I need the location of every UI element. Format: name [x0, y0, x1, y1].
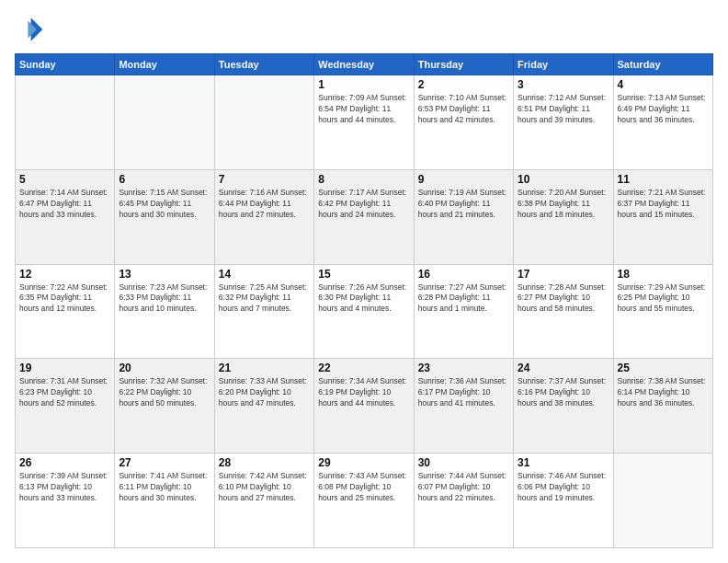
calendar-cell: 30Sunrise: 7:44 AM Sunset: 6:07 PM Dayli… — [414, 454, 513, 548]
weekday-header-tuesday: Tuesday — [214, 54, 313, 75]
day-info: Sunrise: 7:29 AM Sunset: 6:25 PM Dayligh… — [618, 282, 709, 316]
logo-icon — [15, 15, 44, 44]
day-info: Sunrise: 7:12 AM Sunset: 6:51 PM Dayligh… — [518, 93, 609, 126]
week-row-1: 1Sunrise: 7:09 AM Sunset: 6:54 PM Daylig… — [16, 75, 713, 170]
day-number: 9 — [418, 173, 509, 186]
day-info: Sunrise: 7:17 AM Sunset: 6:42 PM Dayligh… — [318, 188, 409, 221]
day-info: Sunrise: 7:16 AM Sunset: 6:44 PM Dayligh… — [219, 188, 310, 221]
weekday-header-friday: Friday — [514, 54, 613, 75]
weekday-header-monday: Monday — [115, 54, 214, 75]
day-info: Sunrise: 7:43 AM Sunset: 6:08 PM Dayligh… — [318, 471, 409, 504]
calendar-cell — [115, 75, 214, 170]
calendar-cell: 14Sunrise: 7:25 AM Sunset: 6:32 PM Dayli… — [214, 264, 313, 359]
day-number: 3 — [518, 78, 609, 91]
calendar-cell: 6Sunrise: 7:15 AM Sunset: 6:45 PM Daylig… — [115, 169, 214, 264]
day-number: 6 — [119, 173, 210, 186]
calendar-cell: 11Sunrise: 7:21 AM Sunset: 6:37 PM Dayli… — [613, 169, 712, 264]
day-number: 19 — [19, 362, 110, 374]
page: SundayMondayTuesdayWednesdayThursdayFrid… — [0, 0, 728, 563]
calendar-cell — [214, 75, 313, 170]
day-info: Sunrise: 7:46 AM Sunset: 6:06 PM Dayligh… — [518, 471, 609, 504]
day-info: Sunrise: 7:22 AM Sunset: 6:35 PM Dayligh… — [19, 282, 110, 316]
day-number: 23 — [418, 362, 509, 374]
calendar-cell: 23Sunrise: 7:36 AM Sunset: 6:17 PM Dayli… — [414, 359, 513, 454]
header — [15, 15, 713, 44]
calendar-cell: 2Sunrise: 7:10 AM Sunset: 6:53 PM Daylig… — [414, 75, 513, 170]
calendar-cell: 21Sunrise: 7:33 AM Sunset: 6:20 PM Dayli… — [214, 359, 313, 454]
day-info: Sunrise: 7:10 AM Sunset: 6:53 PM Dayligh… — [418, 93, 509, 126]
day-info: Sunrise: 7:25 AM Sunset: 6:32 PM Dayligh… — [219, 282, 310, 316]
week-row-4: 19Sunrise: 7:31 AM Sunset: 6:23 PM Dayli… — [16, 359, 713, 454]
calendar-cell — [16, 75, 115, 170]
day-number: 18 — [618, 268, 709, 281]
day-number: 15 — [318, 268, 409, 281]
day-info: Sunrise: 7:33 AM Sunset: 6:20 PM Dayligh… — [219, 376, 310, 409]
day-number: 8 — [318, 173, 409, 186]
day-info: Sunrise: 7:34 AM Sunset: 6:19 PM Dayligh… — [318, 376, 409, 409]
day-number: 4 — [618, 78, 709, 91]
calendar-cell: 10Sunrise: 7:20 AM Sunset: 6:38 PM Dayli… — [514, 169, 613, 264]
calendar-cell: 7Sunrise: 7:16 AM Sunset: 6:44 PM Daylig… — [214, 169, 313, 264]
calendar-table: SundayMondayTuesdayWednesdayThursdayFrid… — [15, 53, 713, 548]
calendar-cell: 22Sunrise: 7:34 AM Sunset: 6:19 PM Dayli… — [314, 359, 414, 454]
day-number: 7 — [219, 173, 310, 186]
day-number: 14 — [219, 268, 310, 281]
day-number: 20 — [119, 362, 210, 374]
calendar-cell: 24Sunrise: 7:37 AM Sunset: 6:16 PM Dayli… — [514, 359, 613, 454]
day-number: 5 — [19, 173, 110, 186]
calendar-cell: 9Sunrise: 7:19 AM Sunset: 6:40 PM Daylig… — [414, 169, 513, 264]
weekday-header-thursday: Thursday — [414, 54, 513, 75]
day-info: Sunrise: 7:41 AM Sunset: 6:11 PM Dayligh… — [119, 471, 210, 504]
day-number: 29 — [318, 456, 409, 469]
day-info: Sunrise: 7:32 AM Sunset: 6:22 PM Dayligh… — [119, 376, 210, 409]
day-number: 10 — [518, 173, 609, 186]
calendar-cell: 3Sunrise: 7:12 AM Sunset: 6:51 PM Daylig… — [514, 75, 613, 170]
weekday-header-sunday: Sunday — [16, 54, 115, 75]
day-info: Sunrise: 7:31 AM Sunset: 6:23 PM Dayligh… — [19, 376, 110, 409]
day-number: 2 — [418, 78, 509, 91]
day-number: 25 — [618, 362, 709, 374]
calendar-cell: 20Sunrise: 7:32 AM Sunset: 6:22 PM Dayli… — [115, 359, 214, 454]
day-info: Sunrise: 7:23 AM Sunset: 6:33 PM Dayligh… — [119, 282, 210, 316]
day-info: Sunrise: 7:37 AM Sunset: 6:16 PM Dayligh… — [518, 376, 609, 409]
weekday-header-saturday: Saturday — [613, 54, 712, 75]
calendar-cell: 26Sunrise: 7:39 AM Sunset: 6:13 PM Dayli… — [16, 454, 115, 548]
weekday-header-row: SundayMondayTuesdayWednesdayThursdayFrid… — [16, 54, 713, 75]
day-number: 11 — [618, 173, 709, 186]
day-number: 24 — [518, 362, 609, 374]
calendar-cell: 29Sunrise: 7:43 AM Sunset: 6:08 PM Dayli… — [314, 454, 414, 548]
calendar-cell: 12Sunrise: 7:22 AM Sunset: 6:35 PM Dayli… — [16, 264, 115, 359]
day-number: 17 — [518, 268, 609, 281]
day-info: Sunrise: 7:27 AM Sunset: 6:28 PM Dayligh… — [418, 282, 509, 316]
calendar-cell: 16Sunrise: 7:27 AM Sunset: 6:28 PM Dayli… — [414, 264, 513, 359]
calendar-cell: 25Sunrise: 7:38 AM Sunset: 6:14 PM Dayli… — [613, 359, 712, 454]
day-info: Sunrise: 7:36 AM Sunset: 6:17 PM Dayligh… — [418, 376, 509, 409]
calendar-cell: 1Sunrise: 7:09 AM Sunset: 6:54 PM Daylig… — [314, 75, 414, 170]
day-number: 31 — [518, 456, 609, 469]
weekday-header-wednesday: Wednesday — [314, 54, 414, 75]
day-number: 13 — [119, 268, 210, 281]
day-info: Sunrise: 7:09 AM Sunset: 6:54 PM Dayligh… — [318, 93, 409, 126]
day-info: Sunrise: 7:21 AM Sunset: 6:37 PM Dayligh… — [618, 188, 709, 221]
calendar-cell: 31Sunrise: 7:46 AM Sunset: 6:06 PM Dayli… — [514, 454, 613, 548]
day-info: Sunrise: 7:19 AM Sunset: 6:40 PM Dayligh… — [418, 188, 509, 221]
calendar-cell: 18Sunrise: 7:29 AM Sunset: 6:25 PM Dayli… — [613, 264, 712, 359]
day-number: 12 — [19, 268, 110, 281]
calendar-cell: 8Sunrise: 7:17 AM Sunset: 6:42 PM Daylig… — [314, 169, 414, 264]
day-number: 21 — [219, 362, 310, 374]
day-number: 1 — [318, 78, 409, 91]
day-info: Sunrise: 7:44 AM Sunset: 6:07 PM Dayligh… — [418, 471, 509, 504]
day-info: Sunrise: 7:42 AM Sunset: 6:10 PM Dayligh… — [219, 471, 310, 504]
day-info: Sunrise: 7:38 AM Sunset: 6:14 PM Dayligh… — [618, 376, 709, 409]
day-info: Sunrise: 7:15 AM Sunset: 6:45 PM Dayligh… — [119, 188, 210, 221]
day-info: Sunrise: 7:13 AM Sunset: 6:49 PM Dayligh… — [618, 93, 709, 126]
calendar-cell: 13Sunrise: 7:23 AM Sunset: 6:33 PM Dayli… — [115, 264, 214, 359]
day-info: Sunrise: 7:14 AM Sunset: 6:47 PM Dayligh… — [19, 188, 110, 221]
day-info: Sunrise: 7:26 AM Sunset: 6:30 PM Dayligh… — [318, 282, 409, 316]
calendar-cell: 28Sunrise: 7:42 AM Sunset: 6:10 PM Dayli… — [214, 454, 313, 548]
day-number: 30 — [418, 456, 509, 469]
calendar-cell: 15Sunrise: 7:26 AM Sunset: 6:30 PM Dayli… — [314, 264, 414, 359]
week-row-2: 5Sunrise: 7:14 AM Sunset: 6:47 PM Daylig… — [16, 169, 713, 264]
calendar-cell: 4Sunrise: 7:13 AM Sunset: 6:49 PM Daylig… — [613, 75, 712, 170]
calendar-cell: 19Sunrise: 7:31 AM Sunset: 6:23 PM Dayli… — [16, 359, 115, 454]
